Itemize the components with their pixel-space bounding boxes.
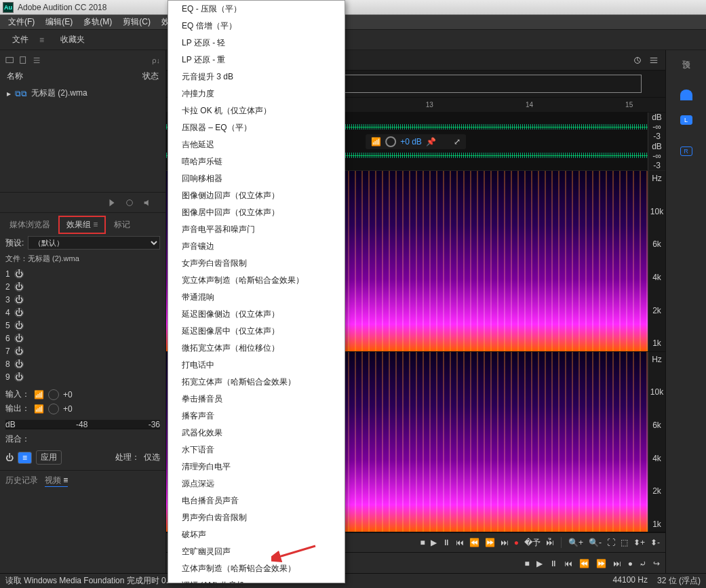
apply-button[interactable]: 应用 [36, 450, 62, 465]
dropdown-item[interactable]: 图像居中回声（仅立体声） [168, 204, 345, 221]
stop-icon[interactable]: ■ [420, 538, 425, 547]
headphones-icon[interactable] [680, 90, 692, 100]
fx-slot[interactable]: 1⏻ [5, 268, 160, 280]
volume-hud[interactable]: 📶 +0 dB 📌 ⤢ [366, 134, 466, 149]
dropdown-item[interactable]: 延迟图像侧边（仅立体声） [168, 306, 345, 323]
dropdown-item[interactable]: LP 还原 - 重 [168, 52, 345, 68]
dropdown-item[interactable]: 延迟图像居中（仅立体声） [168, 323, 345, 340]
dropdown-item[interactable]: 拓宽立体声（哈斯铝合金效果） [168, 374, 345, 391]
dropdown-item[interactable]: 元音提升 3 dB [168, 68, 345, 85]
fx-slot[interactable]: 6⏻ [5, 332, 160, 345]
dropdown-item[interactable]: 声音电平器和噪声门 [168, 221, 345, 238]
list-view-icon[interactable] [649, 56, 659, 65]
pause-icon[interactable]: ⏸ [442, 538, 450, 547]
tab-media-browser[interactable]: 媒体浏览器 [5, 217, 54, 233]
forward-icon[interactable]: ⏩ [596, 559, 606, 568]
dropdown-item[interactable]: 回响移相器 [168, 170, 345, 187]
skip-icon[interactable]: ↪ [653, 559, 660, 568]
open-file-icon[interactable] [5, 56, 15, 65]
next-icon[interactable]: ⏭ [613, 559, 621, 568]
volume-icon[interactable] [142, 198, 152, 208]
zoom-fit-icon[interactable]: ⛶ [607, 538, 615, 547]
fx-slot[interactable]: 9⏻ [5, 371, 160, 383]
dropdown-item[interactable]: EQ 倍增（平） [168, 18, 345, 35]
rewind-icon[interactable]: ⏪ [469, 538, 479, 547]
fx-slot[interactable]: 2⏻ [5, 281, 160, 293]
prev-icon[interactable]: ⏮ [456, 538, 464, 547]
zoom-in-icon[interactable]: 🔍+ [568, 538, 583, 547]
loop-icon[interactable]: ⤾ [640, 559, 646, 568]
pin-icon[interactable]: 📌 [426, 137, 436, 146]
left-channel-badge[interactable]: L [680, 115, 692, 125]
dropdown-item[interactable]: 打电话中 [168, 357, 345, 374]
expand-icon[interactable]: ▸ [7, 89, 11, 98]
right-channel-badge[interactable]: R [680, 146, 692, 156]
skip-icon[interactable]: ⏭⃕ [546, 538, 554, 547]
dropdown-item[interactable]: 男声旁白齿音限制 [168, 509, 345, 526]
fx-slot[interactable]: 5⏻ [5, 319, 160, 332]
dropdown-item[interactable]: 压限器 – EQ（平） [168, 119, 345, 136]
record-icon[interactable]: ● [628, 559, 633, 568]
power-icon[interactable]: ⏻ [14, 282, 24, 292]
loop-icon[interactable] [125, 198, 134, 208]
power-icon[interactable]: ⏻ [14, 359, 24, 369]
dropdown-item[interactable]: 拳击播音员 [168, 391, 345, 408]
dropdown-item[interactable]: 微拓宽立体声（相位移位） [168, 340, 345, 357]
new-file-icon[interactable] [19, 56, 28, 65]
dropdown-item[interactable]: 调幅 (AM) 收音机 [168, 577, 345, 588]
tab-files[interactable]: 文件 [7, 31, 34, 48]
dropdown-item[interactable]: 电台播音员声音 [168, 492, 345, 509]
spectral-icon[interactable] [633, 56, 642, 65]
power-icon[interactable]: ⏻ [14, 295, 24, 305]
fx-slot[interactable]: 7⏻ [5, 345, 160, 357]
dropdown-item[interactable]: 水下语音 [168, 442, 345, 458]
power-icon[interactable]: ⏻ [14, 334, 24, 343]
dropdown-item[interactable]: 图像侧边回声（仅立体声） [168, 187, 345, 204]
power-icon[interactable]: ⏻ [14, 321, 24, 330]
dropdown-item[interactable]: LP 还原 - 轻 [168, 35, 345, 52]
dropdown-item[interactable]: 吉他延迟 [168, 136, 345, 153]
zoom-out-icon[interactable]: 🔍- [589, 538, 602, 547]
output-knob[interactable] [48, 404, 59, 414]
hamburger-icon[interactable]: ≡ [39, 35, 44, 45]
input-knob[interactable] [48, 389, 59, 400]
fx-slot[interactable]: 8⏻ [5, 358, 160, 370]
power-icon[interactable]: ⏻ [14, 308, 24, 317]
dropdown-item[interactable]: 破坏声 [168, 526, 345, 543]
rewind-icon[interactable]: ⏪ [579, 559, 589, 568]
hud-knob[interactable] [385, 136, 396, 147]
pause-icon[interactable]: ⏸ [549, 559, 557, 568]
dropdown-item[interactable]: 声音镶边 [168, 238, 345, 255]
loop-icon[interactable]: �予 [524, 537, 541, 549]
menu-clip[interactable]: 剪辑(C) [119, 15, 155, 29]
zoom-out-v-icon[interactable]: ⬍- [650, 538, 660, 547]
menu-multitrack[interactable]: 多轨(M) [79, 15, 116, 29]
zoom-sel-icon[interactable]: ⬚ [621, 538, 628, 547]
dropdown-item[interactable]: EQ - 压限（平） [168, 1, 345, 18]
dropdown-item[interactable]: 武器化效果 [168, 425, 345, 442]
play-icon[interactable]: ▶ [431, 538, 437, 547]
power-icon[interactable]: ⏻ [14, 372, 24, 382]
record-icon[interactable]: ● [514, 538, 519, 547]
tab-favorites[interactable]: 收藏夹 [55, 31, 90, 48]
dropdown-item[interactable]: 嘻哈声乐链 [168, 153, 345, 170]
preset-select[interactable]: （默认） [28, 236, 160, 250]
play-icon[interactable]: ▶ [536, 559, 543, 568]
tab-effects-rack[interactable]: 效果组 ≡ [58, 216, 106, 234]
multitrack-icon[interactable] [33, 56, 42, 65]
dropdown-item[interactable]: 清理旁白电平 [168, 458, 345, 475]
fx-slot[interactable]: 4⏻ [5, 307, 160, 319]
dropdown-item[interactable]: 宽立体声制造（哈斯铝合金效果） [168, 272, 345, 289]
dropdown-item[interactable]: 带通混响 [168, 289, 345, 306]
expand-icon[interactable]: ⤢ [454, 137, 460, 146]
power-icon[interactable]: ⏻ [14, 347, 24, 356]
stop-icon[interactable]: ■ [525, 559, 530, 568]
dropdown-item[interactable]: 源点深远 [168, 475, 345, 492]
power-icon[interactable]: ⏻ [14, 269, 24, 279]
dropdown-item[interactable]: 播客声音 [168, 408, 345, 425]
forward-icon[interactable]: ⏩ [485, 538, 495, 547]
list-icon[interactable]: ≡ [18, 452, 32, 464]
tab-video[interactable]: 视频 ≡ [45, 475, 68, 487]
tab-history[interactable]: 历史记录 [5, 475, 38, 487]
tab-markers[interactable]: 标记 [110, 217, 134, 233]
